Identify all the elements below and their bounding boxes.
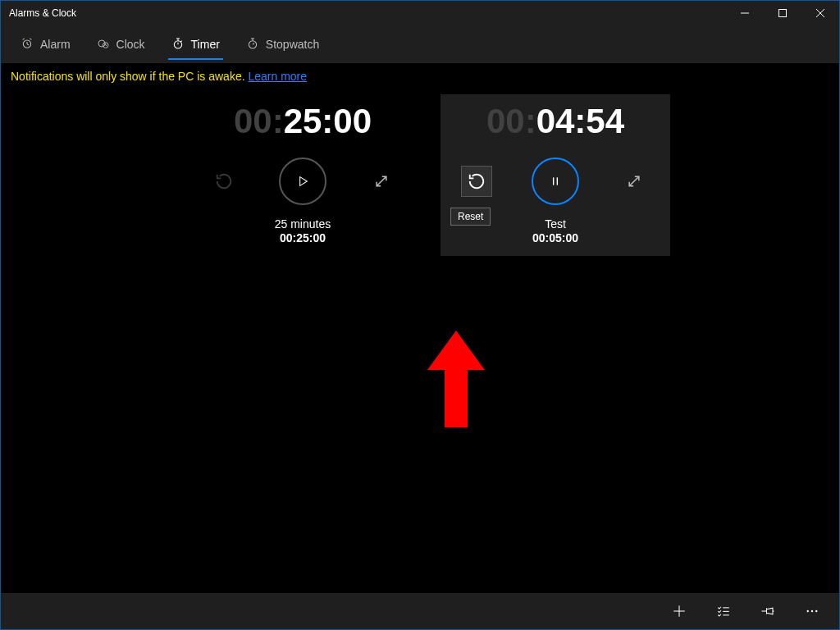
svg-point-13	[174, 40, 181, 48]
timer-controls: Reset	[441, 157, 670, 206]
world-clock-icon	[97, 37, 110, 52]
close-button[interactable]	[801, 1, 839, 25]
timer-controls	[188, 157, 418, 206]
app-bar	[1, 593, 839, 629]
tab-label: Clock	[116, 38, 145, 51]
svg-marker-27	[427, 331, 485, 427]
tab-timer[interactable]: Timer	[158, 25, 233, 63]
tab-label: Timer	[191, 38, 220, 51]
svg-point-37	[811, 610, 813, 612]
more-button[interactable]	[790, 593, 834, 629]
timer-name: Test	[532, 217, 578, 231]
notification-bar: Notifications will only show if the PC i…	[1, 63, 839, 91]
timer-original-time: 00:25:00	[275, 231, 331, 244]
svg-point-36	[807, 610, 809, 612]
svg-line-6	[27, 43, 29, 44]
learn-more-link[interactable]: Learn more	[248, 70, 307, 83]
maximize-button[interactable]	[764, 1, 801, 25]
expand-button[interactable]	[366, 166, 397, 197]
timer-icon	[171, 37, 185, 52]
add-button[interactable]	[657, 593, 701, 629]
tab-clock[interactable]: Clock	[84, 25, 158, 63]
play-button[interactable]	[279, 158, 326, 205]
timer-card-25-minutes[interactable]: 00:25:00 25 minutes 00:25:00	[188, 94, 418, 256]
minimize-button[interactable]	[726, 1, 764, 25]
timer-meta: Test 00:05:00	[532, 217, 578, 244]
svg-point-9	[98, 40, 105, 47]
notification-text: Notifications will only show if the PC i…	[11, 70, 248, 83]
alarm-icon	[21, 37, 34, 52]
svg-line-23	[377, 176, 386, 186]
reset-button[interactable]	[461, 166, 492, 197]
timer-content: 00:25:00 25 minutes 00:25:00 00	[1, 91, 839, 593]
svg-line-12	[105, 45, 106, 46]
title-bar: Alarms & Clock	[1, 1, 839, 25]
timer-card-test[interactable]: 00:04:54 Reset Test 00:05:00	[441, 94, 670, 256]
svg-line-8	[30, 39, 31, 39]
svg-line-17	[180, 40, 181, 41]
svg-line-26	[629, 176, 639, 186]
timer-original-time: 00:05:00	[532, 231, 578, 244]
tab-bar: Alarm Clock Timer Stopwatch	[1, 25, 839, 63]
pin-button[interactable]	[746, 593, 790, 629]
reset-tooltip: Reset	[450, 208, 491, 226]
window-controls	[726, 1, 839, 25]
svg-point-38	[815, 610, 817, 612]
timer-name: 25 minutes	[275, 217, 331, 231]
select-button[interactable]	[701, 593, 746, 629]
tab-label: Stopwatch	[266, 38, 319, 51]
window-title: Alarms & Clock	[9, 7, 76, 19]
reset-button[interactable]	[208, 166, 240, 197]
svg-marker-22	[300, 177, 308, 186]
timer-meta: 25 minutes 00:25:00	[275, 217, 331, 244]
svg-line-7	[23, 39, 25, 39]
tab-label: Alarm	[40, 38, 71, 51]
svg-line-19	[253, 43, 254, 44]
expand-button[interactable]	[619, 166, 650, 197]
timer-remaining: 00:04:54	[486, 99, 624, 139]
tab-alarm[interactable]: Alarm	[7, 25, 84, 63]
timer-remaining: 00:25:00	[234, 99, 372, 139]
pause-button[interactable]	[532, 158, 579, 205]
svg-rect-1	[779, 10, 787, 17]
svg-point-18	[249, 40, 256, 48]
stopwatch-icon	[246, 37, 259, 52]
annotation-arrow-icon	[427, 331, 485, 432]
tab-stopwatch[interactable]: Stopwatch	[233, 25, 332, 63]
